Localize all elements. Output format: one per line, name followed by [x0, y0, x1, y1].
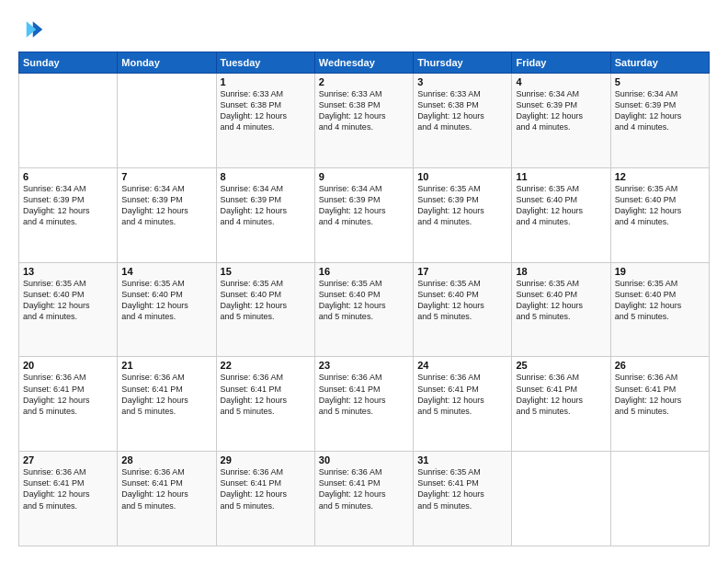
- cell-info: Sunrise: 6:36 AM Sunset: 6:41 PM Dayligh…: [23, 466, 113, 511]
- cell-info: Sunrise: 6:36 AM Sunset: 6:41 PM Dayligh…: [121, 466, 211, 511]
- calendar-cell: 2Sunrise: 6:33 AM Sunset: 6:38 PM Daylig…: [314, 74, 413, 168]
- weekday-header-saturday: Saturday: [610, 52, 709, 74]
- day-number: 31: [417, 454, 507, 465]
- day-number: 6: [23, 171, 113, 182]
- calendar-row-0: 1Sunrise: 6:33 AM Sunset: 6:38 PM Daylig…: [19, 74, 710, 168]
- logo-icon: [18, 17, 44, 42]
- day-number: 27: [23, 454, 113, 465]
- day-number: 12: [615, 171, 705, 182]
- cell-info: Sunrise: 6:35 AM Sunset: 6:40 PM Dayligh…: [615, 183, 705, 228]
- day-number: 19: [615, 266, 705, 277]
- day-number: 4: [516, 76, 606, 87]
- cell-info: Sunrise: 6:36 AM Sunset: 6:41 PM Dayligh…: [23, 372, 113, 417]
- day-number: 20: [23, 360, 113, 371]
- calendar-cell: 13Sunrise: 6:35 AM Sunset: 6:40 PM Dayli…: [19, 262, 118, 357]
- day-number: 17: [417, 266, 507, 277]
- calendar-cell: 4Sunrise: 6:34 AM Sunset: 6:39 PM Daylig…: [512, 74, 610, 168]
- calendar-cell: 18Sunrise: 6:35 AM Sunset: 6:40 PM Dayli…: [512, 262, 610, 357]
- calendar-cell: 11Sunrise: 6:35 AM Sunset: 6:40 PM Dayli…: [512, 167, 610, 262]
- calendar-table: SundayMondayTuesdayWednesdayThursdayFrid…: [18, 52, 710, 546]
- calendar-cell: 5Sunrise: 6:34 AM Sunset: 6:39 PM Daylig…: [610, 74, 709, 168]
- calendar-cell: [118, 74, 216, 168]
- cell-info: Sunrise: 6:35 AM Sunset: 6:40 PM Dayligh…: [516, 278, 606, 323]
- day-number: 5: [615, 76, 705, 87]
- calendar-cell: 14Sunrise: 6:35 AM Sunset: 6:40 PM Dayli…: [118, 262, 216, 357]
- day-number: 13: [23, 266, 113, 277]
- calendar-cell: 1Sunrise: 6:33 AM Sunset: 6:38 PM Daylig…: [216, 74, 314, 168]
- weekday-header-friday: Friday: [512, 52, 610, 74]
- weekday-header-monday: Monday: [118, 52, 216, 74]
- calendar-row-3: 20Sunrise: 6:36 AM Sunset: 6:41 PM Dayli…: [19, 357, 710, 452]
- calendar-cell: 15Sunrise: 6:35 AM Sunset: 6:40 PM Dayli…: [216, 262, 314, 357]
- cell-info: Sunrise: 6:34 AM Sunset: 6:39 PM Dayligh…: [615, 88, 705, 133]
- calendar-cell: 31Sunrise: 6:35 AM Sunset: 6:41 PM Dayli…: [414, 452, 512, 546]
- calendar-cell: 7Sunrise: 6:34 AM Sunset: 6:39 PM Daylig…: [118, 167, 216, 262]
- weekday-header-tuesday: Tuesday: [216, 52, 314, 74]
- cell-info: Sunrise: 6:34 AM Sunset: 6:39 PM Dayligh…: [221, 183, 311, 228]
- cell-info: Sunrise: 6:34 AM Sunset: 6:39 PM Dayligh…: [23, 183, 113, 228]
- calendar-cell: 24Sunrise: 6:36 AM Sunset: 6:41 PM Dayli…: [414, 357, 512, 452]
- calendar-cell: 19Sunrise: 6:35 AM Sunset: 6:40 PM Dayli…: [610, 262, 709, 357]
- day-number: 7: [121, 171, 211, 182]
- day-number: 24: [417, 360, 507, 371]
- calendar-cell: [19, 74, 118, 168]
- weekday-header-sunday: Sunday: [19, 52, 118, 74]
- day-number: 26: [615, 360, 705, 371]
- calendar-cell: 22Sunrise: 6:36 AM Sunset: 6:41 PM Dayli…: [216, 357, 314, 452]
- logo: [18, 17, 48, 42]
- calendar-cell: [610, 452, 709, 546]
- day-number: 16: [319, 266, 409, 277]
- weekday-header-thursday: Thursday: [414, 52, 512, 74]
- cell-info: Sunrise: 6:35 AM Sunset: 6:40 PM Dayligh…: [417, 278, 507, 323]
- cell-info: Sunrise: 6:33 AM Sunset: 6:38 PM Dayligh…: [221, 88, 311, 133]
- calendar-cell: 17Sunrise: 6:35 AM Sunset: 6:40 PM Dayli…: [414, 262, 512, 357]
- day-number: 10: [417, 171, 507, 182]
- cell-info: Sunrise: 6:36 AM Sunset: 6:41 PM Dayligh…: [615, 372, 705, 417]
- calendar-cell: [512, 452, 610, 546]
- calendar-cell: 10Sunrise: 6:35 AM Sunset: 6:39 PM Dayli…: [414, 167, 512, 262]
- calendar-cell: 27Sunrise: 6:36 AM Sunset: 6:41 PM Dayli…: [19, 452, 118, 546]
- day-number: 3: [417, 76, 507, 87]
- day-number: 11: [516, 171, 606, 182]
- calendar-row-4: 27Sunrise: 6:36 AM Sunset: 6:41 PM Dayli…: [19, 452, 710, 546]
- cell-info: Sunrise: 6:36 AM Sunset: 6:41 PM Dayligh…: [516, 372, 606, 417]
- cell-info: Sunrise: 6:35 AM Sunset: 6:41 PM Dayligh…: [417, 466, 507, 511]
- page: SundayMondayTuesdayWednesdayThursdayFrid…: [0, 0, 728, 563]
- calendar-cell: 28Sunrise: 6:36 AM Sunset: 6:41 PM Dayli…: [118, 452, 216, 546]
- cell-info: Sunrise: 6:35 AM Sunset: 6:40 PM Dayligh…: [23, 278, 113, 323]
- day-number: 2: [319, 76, 409, 87]
- cell-info: Sunrise: 6:33 AM Sunset: 6:38 PM Dayligh…: [417, 88, 507, 133]
- weekday-header-wednesday: Wednesday: [314, 52, 413, 74]
- calendar-cell: 16Sunrise: 6:35 AM Sunset: 6:40 PM Dayli…: [314, 262, 413, 357]
- calendar-cell: 29Sunrise: 6:36 AM Sunset: 6:41 PM Dayli…: [216, 452, 314, 546]
- calendar-cell: 8Sunrise: 6:34 AM Sunset: 6:39 PM Daylig…: [216, 167, 314, 262]
- cell-info: Sunrise: 6:34 AM Sunset: 6:39 PM Dayligh…: [121, 183, 211, 228]
- day-number: 30: [319, 454, 409, 465]
- cell-info: Sunrise: 6:35 AM Sunset: 6:40 PM Dayligh…: [121, 278, 211, 323]
- day-number: 18: [516, 266, 606, 277]
- cell-info: Sunrise: 6:35 AM Sunset: 6:40 PM Dayligh…: [319, 278, 409, 323]
- calendar-cell: 6Sunrise: 6:34 AM Sunset: 6:39 PM Daylig…: [19, 167, 118, 262]
- cell-info: Sunrise: 6:35 AM Sunset: 6:39 PM Dayligh…: [417, 183, 507, 228]
- calendar-cell: 25Sunrise: 6:36 AM Sunset: 6:41 PM Dayli…: [512, 357, 610, 452]
- calendar-cell: 21Sunrise: 6:36 AM Sunset: 6:41 PM Dayli…: [118, 357, 216, 452]
- calendar-cell: 20Sunrise: 6:36 AM Sunset: 6:41 PM Dayli…: [19, 357, 118, 452]
- cell-info: Sunrise: 6:36 AM Sunset: 6:41 PM Dayligh…: [221, 466, 311, 511]
- day-number: 23: [319, 360, 409, 371]
- day-number: 21: [121, 360, 211, 371]
- cell-info: Sunrise: 6:36 AM Sunset: 6:41 PM Dayligh…: [121, 372, 211, 417]
- calendar-cell: 26Sunrise: 6:36 AM Sunset: 6:41 PM Dayli…: [610, 357, 709, 452]
- cell-info: Sunrise: 6:35 AM Sunset: 6:40 PM Dayligh…: [615, 278, 705, 323]
- day-number: 8: [221, 171, 311, 182]
- cell-info: Sunrise: 6:34 AM Sunset: 6:39 PM Dayligh…: [516, 88, 606, 133]
- cell-info: Sunrise: 6:36 AM Sunset: 6:41 PM Dayligh…: [319, 372, 409, 417]
- cell-info: Sunrise: 6:34 AM Sunset: 6:39 PM Dayligh…: [319, 183, 409, 228]
- calendar-row-2: 13Sunrise: 6:35 AM Sunset: 6:40 PM Dayli…: [19, 262, 710, 357]
- calendar-row-1: 6Sunrise: 6:34 AM Sunset: 6:39 PM Daylig…: [19, 167, 710, 262]
- cell-info: Sunrise: 6:33 AM Sunset: 6:38 PM Dayligh…: [319, 88, 409, 133]
- cell-info: Sunrise: 6:35 AM Sunset: 6:40 PM Dayligh…: [516, 183, 606, 228]
- calendar-cell: 30Sunrise: 6:36 AM Sunset: 6:41 PM Dayli…: [314, 452, 413, 546]
- cell-info: Sunrise: 6:36 AM Sunset: 6:41 PM Dayligh…: [221, 372, 311, 417]
- day-number: 14: [121, 266, 211, 277]
- day-number: 9: [319, 171, 409, 182]
